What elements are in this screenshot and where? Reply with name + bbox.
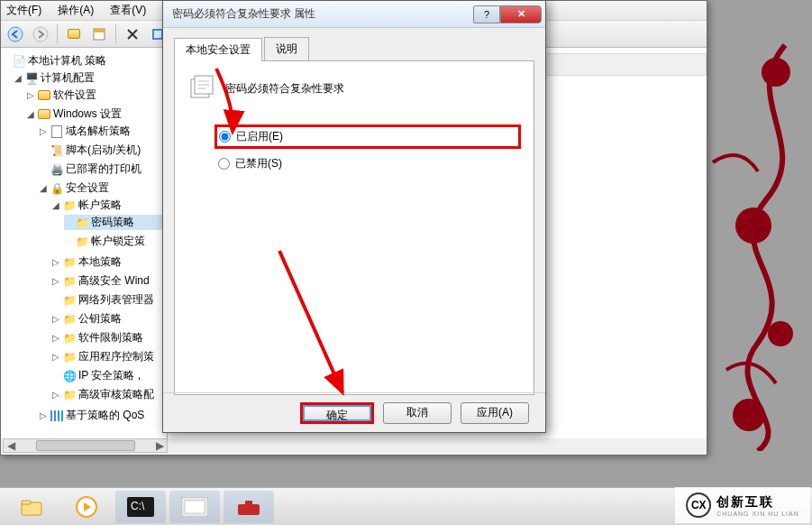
dialog-titlebar[interactable]: 密码必须符合复杂性要求 属性 ? ✕ (163, 1, 545, 28)
back-button[interactable] (5, 23, 26, 45)
task-gpedit[interactable] (169, 491, 220, 523)
svg-rect-13 (22, 501, 31, 504)
svg-point-2 (768, 321, 793, 346)
task-cmd[interactable]: C:\ (115, 491, 166, 523)
tree-account-policy[interactable]: ◢📁帐户策略 (51, 198, 167, 213)
svg-point-5 (33, 27, 48, 41)
tree-printers[interactable]: 🖨️已部署的打印机 (39, 161, 167, 177)
dialog-tabs: 本地安全设置 说明 (174, 37, 534, 61)
up-folder-button[interactable] (63, 23, 85, 45)
tree-netlist[interactable]: 📁网络列表管理器 (51, 292, 167, 308)
svg-rect-7 (94, 29, 105, 32)
tree-scrollbar[interactable]: ◀ ▶ (3, 438, 168, 453)
tree-software[interactable]: ▷软件设置 (26, 88, 167, 103)
tree-audit[interactable]: ▷📁高级审核策略配 (51, 387, 167, 402)
tree-root[interactable]: 📄本地计算机 策略 (1, 53, 167, 69)
brand-logo-icon: CX (686, 493, 711, 518)
forward-button[interactable] (30, 23, 51, 45)
policy-icon (187, 74, 216, 103)
properties-dialog: 密码必须符合复杂性要求 属性 ? ✕ 本地安全设置 说明 密码必须符合复杂性要求… (162, 0, 546, 433)
svg-rect-20 (245, 501, 252, 506)
delete-button[interactable] (122, 23, 143, 45)
tree-local-policy[interactable]: ▷📁本地策略 (51, 254, 167, 270)
tab-local-security[interactable]: 本地安全设置 (174, 38, 262, 61)
tree-ipsec[interactable]: 🌐IP 安全策略 , (51, 368, 167, 383)
brand-sub: CHUANG XIN HU LIAN (716, 511, 799, 517)
apply-button[interactable]: 应用(A) (461, 402, 529, 424)
scroll-thumb[interactable] (36, 440, 135, 451)
dialog-title: 密码必须符合复杂性要求 属性 (172, 6, 473, 22)
menu-file[interactable]: 文件(F) (6, 3, 41, 18)
svg-point-1 (735, 207, 771, 244)
tree-computer-config[interactable]: ◢🖥️计算机配置 (14, 70, 167, 86)
tree-scripts[interactable]: 📜脚本(启动/关机) (39, 143, 167, 158)
tree-pubkey[interactable]: ▷📁公钥策略 (51, 311, 167, 327)
properties-button[interactable] (88, 23, 110, 45)
wallpaper-swirl (704, 27, 812, 451)
radio-disabled[interactable]: 已禁用(S) (214, 154, 521, 173)
tree-windows-settings[interactable]: ◢Windows 设置 (26, 106, 167, 122)
menu-view[interactable]: 查看(V) (110, 3, 146, 18)
svg-rect-18 (185, 501, 205, 513)
tree-adv-firewall[interactable]: ▷📁高级安全 Wind (51, 273, 167, 289)
tab-explain[interactable]: 说明 (264, 37, 309, 60)
svg-point-4 (8, 27, 23, 41)
tree-app-control[interactable]: ▷📁应用程序控制策 (51, 349, 167, 364)
tree-password-policy[interactable]: 📁密码策略 (64, 215, 167, 230)
watermark: CX 创新互联 CHUANG XIN HU LIAN (675, 487, 810, 523)
tree-security-settings[interactable]: ◢🔒安全设置 (39, 180, 167, 196)
scroll-left-icon[interactable]: ◀ (4, 439, 18, 452)
radio-enabled-label: 已启用(E) (236, 129, 283, 144)
radio-disabled-label: 已禁用(S) (235, 156, 282, 171)
tree-lockout-policy[interactable]: 📁帐户锁定策 (64, 234, 167, 249)
task-explorer[interactable] (7, 491, 58, 523)
radio-enabled-input[interactable] (219, 131, 231, 143)
radio-enabled[interactable]: 已启用(E) (214, 124, 521, 149)
tree-pane[interactable]: 📄本地计算机 策略 ◢🖥️计算机配置 ▷软件设置 ◢Windows 设置 ▷域名… (1, 48, 168, 438)
svg-text:C:\: C:\ (131, 500, 145, 512)
svg-point-3 (733, 399, 765, 431)
tree-qos[interactable]: ▷基于策略的 QoS (39, 408, 167, 423)
ok-button[interactable]: 确定 (300, 402, 374, 424)
tree-dns-policy[interactable]: ▷域名解析策略 (39, 124, 167, 139)
menu-action[interactable]: 操作(A) (58, 3, 94, 18)
cancel-button[interactable]: 取消 (383, 402, 452, 424)
close-button[interactable]: ✕ (500, 5, 542, 23)
task-toolbox[interactable] (224, 491, 274, 523)
help-button[interactable]: ? (473, 5, 500, 23)
svg-rect-8 (153, 30, 162, 39)
tree-sw-restrict[interactable]: ▷📁软件限制策略 (51, 330, 167, 345)
scroll-right-icon[interactable]: ▶ (152, 439, 167, 452)
policy-name: 密码必须符合复杂性要求 (225, 81, 344, 97)
radio-disabled-input[interactable] (218, 158, 230, 170)
brand-name: 创新互联 (716, 494, 799, 511)
svg-point-0 (762, 58, 790, 87)
task-media-player[interactable] (61, 491, 112, 523)
